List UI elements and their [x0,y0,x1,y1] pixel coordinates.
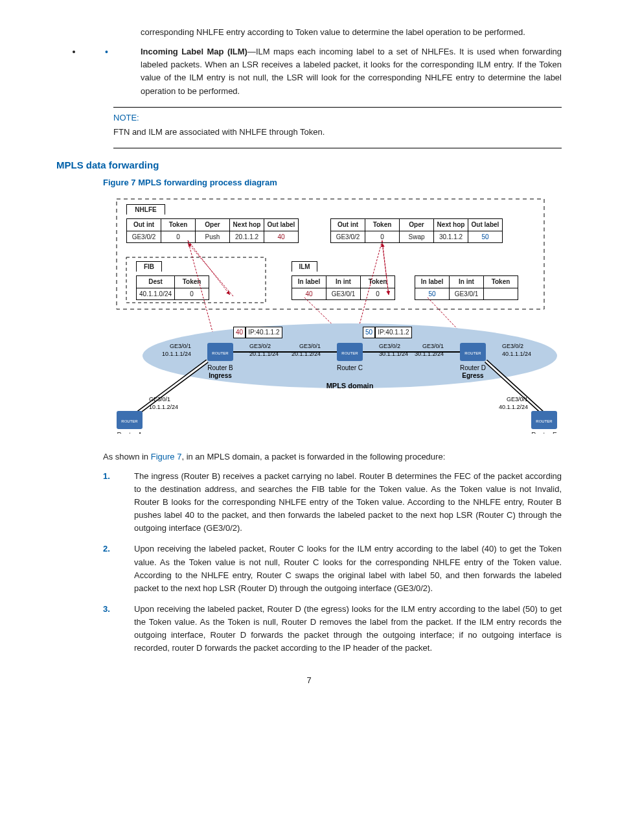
router-c: ROUTER [337,343,363,361]
note-title: NOTE: [113,111,562,124]
step-1: The ingress (Router B) receives a packet… [103,470,562,535]
svg-text:ROUTER: ROUTER [341,351,358,355]
svg-text:Router A: Router A [117,432,143,434]
svg-text:GE3/0/2: GE3/0/2 [249,343,271,349]
bullet-ilm: Incoming Label Map (ILM)—ILM maps each i… [82,45,562,98]
svg-text:GE3/0/1: GE3/0/1 [170,343,191,349]
note-block: NOTE: FTN and ILM are associated with NH… [113,111,562,139]
ilm-table-1: In labelIn intToken 40GE3/0/10 [292,275,395,300]
svg-text:ROUTER: ROUTER [121,419,138,423]
ilm-table-2: In labelIn intToken 50GE3/0/1 [415,275,518,300]
section-heading: MPLS data forwarding [56,158,562,172]
router-b: ROUTER [207,343,233,361]
svg-text:40.1.1.1/24: 40.1.1.1/24 [502,351,531,357]
svg-text:GE3/0/2: GE3/0/2 [379,343,400,349]
svg-text:GE3/0/2: GE3/0/2 [502,343,523,349]
svg-text:Egress: Egress [462,372,484,379]
step-3: Upon receiving the labeled packet, Route… [103,603,562,655]
ilm-title: ILM [292,261,317,272]
svg-text:10.1.1.1/24: 10.1.1.1/24 [162,351,191,357]
nhlfe-table-2: Out intTokenOperNext hopOut label GE3/0/… [330,218,503,243]
fib-title: FIB [136,261,162,272]
steps-list: The ingress (Router B) receives a packet… [103,470,562,655]
svg-text:MPLS domain: MPLS domain [326,382,374,390]
bullet-list: Incoming Label Map (ILM)—ILM maps each i… [82,45,562,98]
bullet-term: Incoming Label Map (ILM) [141,47,247,56]
svg-text:GE3/0/1: GE3/0/1 [149,396,170,402]
packet-2: 50 IP:40.1.1.2 [363,327,434,338]
svg-text:ROUTER: ROUTER [464,351,481,355]
note-body: FTN and ILM are associated with NHLFE th… [113,126,562,139]
divider [113,148,562,148]
nhlfe-table-1: Out intTokenOperNext hopOut label GE3/0/… [126,218,299,243]
svg-text:10.1.1.2/24: 10.1.1.2/24 [149,404,178,410]
figure-caption: Figure 7 MPLS forwarding process diagram [103,176,562,189]
router-d: ROUTER [460,343,486,361]
step-2: Upon receiving the labeled packet, Route… [103,542,562,595]
figure-ref-link[interactable]: Figure 7 [151,452,182,461]
router-a: ROUTER [117,411,143,429]
figure-7: NHLFE Out intTokenOperNext hopOut label … [103,193,562,438]
svg-text:ROUTER: ROUTER [536,419,553,423]
packet-1: 40 IP:40.1.1.2 [233,327,304,338]
svg-text:GE3/0/1: GE3/0/1 [422,343,444,349]
svg-text:Router D: Router D [460,364,486,371]
svg-text:GE3/0/1: GE3/0/1 [507,396,528,402]
nhlfe-title: NHLFE [126,204,165,215]
svg-text:Ingress: Ingress [209,372,232,379]
router-e: ROUTER [531,411,557,429]
svg-text:Router E: Router E [531,432,557,434]
diagram-svg: NHLFE Out intTokenOperNext hopOut label … [104,194,557,434]
svg-text:Router C: Router C [337,364,363,371]
intro-after-figure: As shown in Figure 7, in an MPLS domain,… [103,450,562,463]
svg-text:ROUTER: ROUTER [212,351,229,355]
svg-text:Router B: Router B [207,364,233,371]
divider [113,107,562,108]
svg-text:GE3/0/1: GE3/0/1 [299,343,321,349]
svg-text:40.1.1.2/24: 40.1.1.2/24 [499,404,528,410]
page-number: 7 [56,674,562,687]
paragraph-continued: corresponding NHLFE entry according to T… [141,26,562,39]
